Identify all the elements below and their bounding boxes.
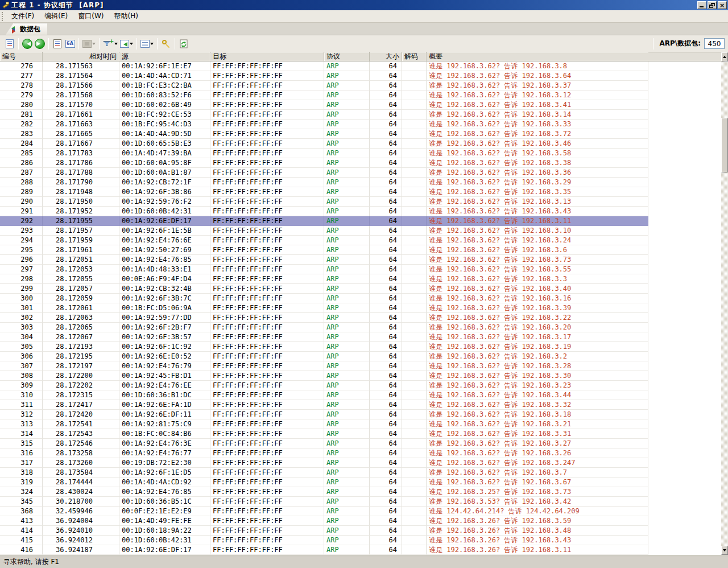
table-cell: 282 bbox=[0, 120, 43, 129]
menu-item-2[interactable]: 窗口(W) bbox=[73, 10, 109, 22]
note-list-button[interactable] bbox=[51, 38, 64, 50]
table-row[interactable]: 31228.17242000:1A:92:6E:DF:11FF:FF:FF:FF… bbox=[0, 410, 648, 419]
table-cell: 288 bbox=[0, 178, 43, 187]
scroll-down-button[interactable] bbox=[721, 546, 728, 555]
table-row[interactable]: 28528.17178300:1A:4D:47:39:BAFF:FF:FF:FF… bbox=[0, 149, 648, 158]
vertical-scrollbar[interactable] bbox=[721, 52, 728, 555]
restore-button[interactable] bbox=[708, 1, 717, 9]
table-row[interactable]: 31628.17325800:1A:92:E4:76:77FF:FF:FF:FF… bbox=[0, 448, 648, 458]
table-cell: ARP bbox=[324, 226, 370, 236]
packet-in-button[interactable] bbox=[119, 38, 134, 50]
dropdown-caret bbox=[150, 43, 154, 47]
table-row[interactable]: 29628.17205100:1A:92:E4:76:85FF:FF:FF:FF… bbox=[0, 255, 648, 265]
table-cell: FF:FF:FF:FF:FF:FF bbox=[210, 390, 324, 400]
table-row[interactable]: 30428.17206700:1A:92:6F:3B:57FF:FF:FF:FF… bbox=[0, 332, 648, 342]
table-row[interactable]: 29328.17195700:1A:92:6F:1E:5BFF:FF:FF:FF… bbox=[0, 226, 648, 236]
table-row[interactable]: 31728.17326000:19:DB:72:E2:30FF:FF:FF:FF… bbox=[0, 458, 648, 468]
key-button[interactable] bbox=[160, 38, 172, 50]
table-row[interactable]: 29028.17195000:1A:92:59:76:F2FF:FF:FF:FF… bbox=[0, 197, 648, 207]
column-header[interactable]: 源 bbox=[119, 52, 210, 61]
table-cell: 00:1A:92:59:76:F2 bbox=[119, 197, 210, 207]
table-row[interactable]: 32428.43002400:1A:92:E4:76:85FF:FF:FF:FF… bbox=[0, 487, 648, 497]
table-cell: ARP bbox=[324, 168, 370, 178]
table-row[interactable]: 31128.17241700:1A:92:6E:FA:1DFF:FF:FF:FF… bbox=[0, 400, 648, 410]
table-row[interactable]: 30228.17206300:1A:92:59:77:DDFF:FF:FF:FF… bbox=[0, 313, 648, 323]
table-row[interactable]: 27628.17156300:1A:92:6F:1E:E7FF:FF:FF:FF… bbox=[0, 61, 648, 71]
table-row[interactable]: 41336.92400400:1A:4D:49:FE:FEFF:FF:FF:FF… bbox=[0, 516, 648, 526]
table-row[interactable]: 30828.17220000:1A:92:45:FB:D1FF:FF:FF:FF… bbox=[0, 371, 648, 381]
table-row[interactable]: 29828.17205500:0E:A6:F9:4F:D4FF:FF:FF:FF… bbox=[0, 274, 648, 284]
detail-window-button[interactable] bbox=[3, 38, 16, 50]
menu-item-3[interactable]: 帮助(H) bbox=[109, 10, 143, 22]
table-row[interactable]: 28128.17166100:1B:FC:92:CE:53FF:FF:FF:FF… bbox=[0, 110, 648, 120]
table-cell bbox=[402, 81, 427, 90]
scroll-up-button[interactable] bbox=[721, 52, 728, 61]
table-row[interactable]: 28428.17166700:1D:60:65:5B:E3FF:FF:FF:FF… bbox=[0, 139, 648, 149]
table-row[interactable]: 30528.17219300:1A:92:6F:1C:92FF:FF:FF:FF… bbox=[0, 342, 648, 352]
table-row[interactable]: 28728.17178800:1D:60:0A:B1:87FF:FF:FF:FF… bbox=[0, 168, 648, 178]
table-row[interactable]: 31528.17254600:1A:92:E4:76:3EFF:FF:FF:FF… bbox=[0, 439, 648, 448]
table-row[interactable]: 29228.17195500:1A:92:6E:DF:17FF:FF:FF:FF… bbox=[0, 216, 648, 226]
packets-tab-label: 数据包 bbox=[20, 24, 40, 34]
column-header[interactable]: 概要 bbox=[427, 52, 648, 61]
table-row[interactable]: 31328.17254100:1A:92:81:75:C9FF:FF:FF:FF… bbox=[0, 419, 648, 429]
close-button[interactable]: × bbox=[718, 1, 727, 9]
tab-packets[interactable]: 数据包 bbox=[6, 23, 47, 35]
table-row[interactable]: 28228.17166300:1B:FC:95:4C:D3FF:FF:FF:FF… bbox=[0, 120, 648, 129]
table-row[interactable]: 41636.92418700:1A:92:6E:DF:17FF:FF:FF:FF… bbox=[0, 545, 648, 555]
filter-button[interactable]: + bbox=[102, 38, 119, 50]
table-cell bbox=[402, 429, 427, 439]
hex-view-button[interactable]: 6A bbox=[64, 38, 76, 50]
column-header[interactable]: 解码 bbox=[402, 52, 427, 61]
table-row[interactable]: 31428.17254300:1B:FC:0C:84:B6FF:FF:FF:FF… bbox=[0, 429, 648, 439]
table-row[interactable]: 36832.45994600:0F:E2:1E:E2:E9FF:FF:FF:FF… bbox=[0, 507, 648, 516]
table-row[interactable]: 31028.17231500:1D:60:36:B1:DCFF:FF:FF:FF… bbox=[0, 390, 648, 400]
table-row[interactable]: 28928.17194800:1A:92:6F:3B:86FF:FF:FF:FF… bbox=[0, 187, 648, 197]
table-row[interactable]: 29428.17195900:1A:92:E4:76:6EFF:FF:FF:FF… bbox=[0, 236, 648, 245]
table-row[interactable]: 30028.17205900:1A:92:6F:3B:7CFF:FF:FF:FF… bbox=[0, 294, 648, 303]
table-row[interactable]: 30728.17219700:1A:92:E4:76:79FF:FF:FF:FF… bbox=[0, 361, 648, 371]
table-row[interactable]: 30928.17220200:1A:92:E4:76:EEFF:FF:FF:FF… bbox=[0, 381, 648, 390]
column-header[interactable]: 编号 bbox=[0, 52, 43, 61]
table-cell: ARP bbox=[324, 448, 370, 458]
table-cell: 64 bbox=[370, 468, 402, 478]
menu-item-0[interactable]: 文件(F) bbox=[6, 10, 39, 22]
table-row[interactable]: 29128.17195200:1D:60:0B:42:31FF:FF:FF:FF… bbox=[0, 207, 648, 216]
table-row[interactable]: 29728.17205300:1A:4D:48:33:E1FF:FF:FF:FF… bbox=[0, 265, 648, 274]
table-row[interactable]: 27828.17156600:1B:FC:E3:C2:BAFF:FF:FF:FF… bbox=[0, 81, 648, 90]
table-row[interactable]: 31928.17444400:1A:4D:4A:CD:92FF:FF:FF:FF… bbox=[0, 478, 648, 487]
table-row[interactable]: 41536.92401200:1D:60:0B:42:31FF:FF:FF:FF… bbox=[0, 536, 648, 545]
column-header[interactable]: 目标 bbox=[210, 52, 324, 61]
refresh-button[interactable] bbox=[177, 38, 190, 50]
table-row[interactable]: 28028.17157000:1D:60:02:6B:49FF:FF:FF:FF… bbox=[0, 100, 648, 110]
table-row[interactable]: 30628.17219500:1A:92:6E:E0:52FF:FF:FF:FF… bbox=[0, 352, 648, 361]
table-row[interactable]: 28828.17179000:1A:92:CB:72:1FFF:FF:FF:FF… bbox=[0, 178, 648, 187]
table-cell: 00:1B:FC:E3:C2:BA bbox=[119, 81, 210, 90]
table-cell: 00:1A:92:6E:DF:17 bbox=[119, 545, 210, 555]
table-row[interactable]: 29528.17196100:1A:92:50:27:69FF:FF:FF:FF… bbox=[0, 245, 648, 255]
table-row[interactable]: 34530.21870000:1D:60:36:B5:1CFF:FF:FF:FF… bbox=[0, 497, 648, 507]
table-row[interactable]: 30128.17206100:1B:FC:D5:06:9AFF:FF:FF:FF… bbox=[0, 303, 648, 313]
minimize-button[interactable] bbox=[697, 1, 706, 9]
column-header[interactable]: 协议 bbox=[324, 52, 370, 61]
column-options-button[interactable] bbox=[139, 38, 155, 50]
packet-counter-value[interactable]: 450 bbox=[704, 38, 725, 49]
table-cell: 291 bbox=[0, 207, 43, 216]
table-row[interactable]: 27728.17156400:1A:4D:4A:CD:71FF:FF:FF:FF… bbox=[0, 71, 648, 81]
column-header[interactable]: 相对时间 bbox=[43, 52, 119, 61]
table-row[interactable]: 30328.17206500:1A:92:6F:2B:F7FF:FF:FF:FF… bbox=[0, 323, 648, 332]
toolbar-grip[interactable] bbox=[2, 12, 3, 21]
menu-item-1[interactable]: 编辑(E) bbox=[39, 10, 73, 22]
table-row[interactable]: 29928.17205700:1A:92:CB:32:4BFF:FF:FF:FF… bbox=[0, 284, 648, 294]
table-row[interactable]: 41436.92401000:1D:60:18:9A:22FF:FF:FF:FF… bbox=[0, 526, 648, 536]
table-row[interactable]: 28328.17166500:1A:4D:4A:9D:5DFF:FF:FF:FF… bbox=[0, 129, 648, 139]
forward-button[interactable] bbox=[34, 38, 46, 50]
back-button[interactable] bbox=[21, 38, 34, 50]
table-row[interactable]: 27928.17156800:1D:60:83:52:F6FF:FF:FF:FF… bbox=[0, 90, 648, 100]
table-cell: 谁是 192.168.3.62? 告诉 192.168.3.27 bbox=[427, 439, 648, 448]
column-header[interactable]: 大小 bbox=[370, 52, 402, 61]
scrollbar-thumb[interactable] bbox=[721, 118, 728, 172]
table-row[interactable]: 31828.17358400:1A:92:6F:1E:D5FF:FF:FF:FF… bbox=[0, 468, 648, 478]
table-row[interactable]: 28628.17178600:1D:60:0A:95:8FFF:FF:FF:FF… bbox=[0, 158, 648, 168]
table-cell: 28.172055 bbox=[43, 274, 119, 284]
